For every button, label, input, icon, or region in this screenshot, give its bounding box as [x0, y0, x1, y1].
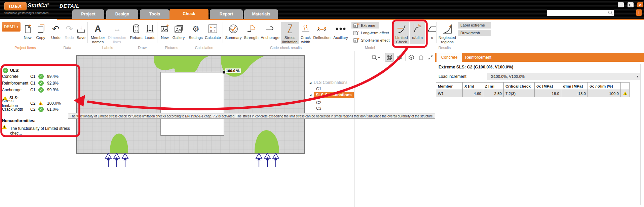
summary-row-concrete[interactable]: ConcreteC1 99.4% — [2, 74, 59, 79]
check-value: 92.8% — [47, 81, 59, 86]
tab-reinforcement[interactable]: Reinforcement — [462, 53, 494, 62]
home-view-button[interactable] — [417, 54, 425, 61]
nonconformity-text[interactable]: The functionality of Limited stress chec… — [10, 128, 79, 134]
zoom-fit-button[interactable] — [427, 54, 434, 61]
tab-concrete[interactable]: Concrete — [437, 53, 462, 62]
loads-button[interactable]: Loads — [144, 22, 156, 44]
uls-header-row: ULS: — [2, 68, 20, 73]
combination-item-c2[interactable]: C2 — [316, 100, 321, 106]
dimension-lines-button: ↔ Dimensionlines — [107, 22, 127, 44]
crack-width-button[interactable]: Crackwidth — [299, 22, 312, 44]
combinations-group-sls[interactable]: ◢ SLS Combinations — [309, 92, 354, 98]
auxiliary-button[interactable]: Auxiliary — [332, 22, 349, 44]
results-table: Member X [m] Z [m] Critical check σc [MP… — [436, 82, 630, 97]
strength-button[interactable]: Strength — [243, 22, 260, 44]
summary-row-anchorage[interactable]: AnchorageC1 99.9% — [2, 87, 59, 93]
tab-design[interactable]: Design — [106, 9, 138, 19]
svg-text:LT: LT — [357, 31, 359, 33]
tab-check[interactable]: Check — [169, 9, 209, 20]
summary-row-crack-width[interactable]: Crack widthC2 61.0% — [2, 107, 59, 112]
search-box[interactable] — [547, 10, 614, 16]
redo-icon: ↷ — [66, 22, 73, 36]
table-row[interactable]: W1 4.60 2.50 7.2(3) -18.0 -18.0 100.0 — [436, 90, 630, 97]
short-term-effect-toggle[interactable]: ST Short-term effect — [351, 37, 391, 43]
group-divider — [436, 22, 437, 43]
nonconformity-warning — [2, 124, 7, 130]
scrollbar-track[interactable] — [640, 64, 641, 205]
project-item-selector[interactable]: DRM1 — [2, 22, 21, 32]
close-button[interactable]: ✕ — [637, 2, 643, 7]
tab-report[interactable]: Report — [210, 9, 243, 19]
new-picture-icon — [160, 22, 169, 36]
main-canvas[interactable]: 100.0 % — [0, 51, 644, 207]
settings-button[interactable]: ⚙ Settings — [188, 22, 204, 44]
summary-row-reinforcement[interactable]: ReinforcementC1 92.8% — [2, 81, 59, 86]
tab-tools[interactable]: Tools — [140, 9, 169, 19]
loads-icon — [146, 22, 154, 36]
group-divider — [48, 22, 48, 43]
gallery-button[interactable]: Gallery — [172, 22, 186, 44]
svg-text:÷: ÷ — [214, 29, 216, 33]
svg-text:+: + — [210, 25, 212, 29]
info-icon: i — [638, 11, 639, 15]
status-ok-icon — [38, 74, 44, 79]
col-critical-check: Critical check — [504, 83, 535, 90]
strength-icon — [247, 22, 256, 36]
calculate-button[interactable]: +−×÷ Calculate — [204, 22, 222, 44]
group-divider — [491, 22, 491, 43]
combination-item-c1[interactable]: C1 — [316, 86, 321, 92]
view-toolbar — [371, 53, 434, 62]
new-picture-button[interactable]: New — [159, 22, 171, 44]
deflection-button[interactable]: Deflection — [312, 22, 332, 44]
group-divider — [350, 22, 350, 43]
maximize-button[interactable] — [628, 2, 634, 7]
undo-button[interactable]: ↶ Undo — [49, 22, 63, 44]
crack-width-icon — [301, 22, 310, 36]
combinations-group-uls[interactable]: ◢ ULS Combinations — [309, 80, 347, 86]
sigma-over-sigma-lim-button[interactable]: % σ/σlim — [410, 22, 425, 44]
clip-view-button[interactable] — [407, 54, 415, 61]
anchorage-button[interactable]: Anchorage — [260, 22, 280, 44]
label-extreme-toggle[interactable]: Label extreme — [458, 22, 491, 29]
group-label-project-items: Project items — [5, 46, 45, 50]
group-label-results: Results — [428, 46, 461, 50]
structure-viewport[interactable]: 100.0 % — [74, 54, 309, 169]
member-names-button[interactable]: A Membernames — [89, 22, 107, 44]
limited-check-button[interactable]: LimitedCheck — [394, 22, 409, 44]
tab-project[interactable]: Project — [72, 9, 104, 19]
reaction-arrow-shafts — [108, 160, 276, 167]
ribbon: DRM1 New Copy ↶ Undo ↷ Redo ↓ Save A — [0, 20, 644, 52]
group-divider — [128, 22, 128, 43]
search-input[interactable] — [547, 10, 608, 15]
info-button[interactable]: i — [636, 9, 642, 16]
copy-item-button[interactable]: Copy — [34, 22, 48, 44]
canvas-divider — [354, 51, 355, 207]
dimension-lines-icon: ↔ — [113, 22, 121, 36]
neglected-regions-button[interactable]: Neglectedregions — [437, 22, 457, 44]
zoom-icon — [371, 54, 377, 60]
summary-button[interactable]: Summary — [225, 22, 242, 44]
draw-mesh-toggle[interactable]: Draw mesh — [458, 30, 491, 36]
group-label-data: Data — [54, 46, 81, 50]
check-value: 100.0% — [47, 101, 61, 106]
solid-view-button[interactable] — [395, 53, 404, 61]
long-term-effect-toggle[interactable]: LT Long-term effect — [351, 30, 391, 36]
extreme-toggle[interactable]: EX Extreme — [351, 22, 379, 29]
rebars-button[interactable]: Rebars — [129, 22, 143, 44]
tab-materials[interactable]: Materials — [244, 9, 278, 19]
wireframe-view-button[interactable] — [385, 53, 394, 62]
load-increment-dropdown[interactable]: G100.0%, V100.0% — [487, 73, 641, 80]
sigma-button[interactable]: σ — [427, 22, 437, 44]
new-item-button[interactable]: New — [21, 22, 34, 44]
minimize-button[interactable]: – — [618, 2, 624, 7]
stress-limitation-button[interactable]: Stresslimitation — [281, 22, 299, 44]
limited-stress-tooltip: The functionality of Limited stress chec… — [68, 113, 442, 119]
save-button[interactable]: ↓ Save — [75, 22, 87, 44]
summary-check-icon — [228, 22, 238, 36]
expander-icon: ◢ — [309, 81, 314, 84]
gallery-icon — [174, 22, 183, 36]
combination-item-c3[interactable]: C3 — [316, 105, 321, 111]
summary-row-stress-limitation[interactable]: Stress limitationC2 100.0% — [2, 101, 61, 106]
col-ratio: σc / σlim [%] — [588, 83, 621, 90]
zoom-button[interactable] — [371, 54, 381, 61]
